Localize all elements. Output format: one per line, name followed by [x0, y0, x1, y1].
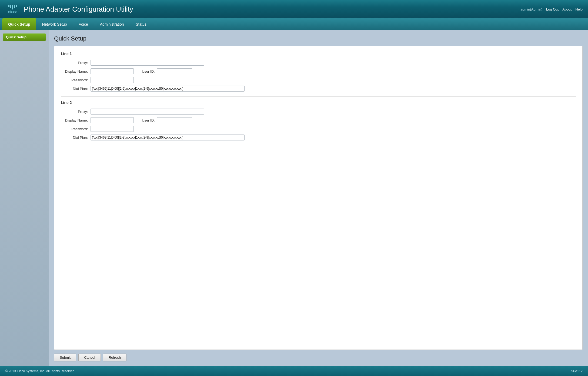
footer: © 2013 Cisco Systems, Inc. All Rights Re…	[0, 366, 588, 376]
user-info: admin(Admin)	[520, 7, 542, 11]
line1-dialplan-input[interactable]	[91, 86, 245, 92]
line1-dialplan-label: Dial Plan:	[61, 87, 91, 91]
tab-administration[interactable]: Administration	[94, 18, 130, 30]
line2-section-title: Line 2	[61, 100, 576, 105]
line2-displayname-label: Display Name:	[61, 118, 91, 122]
sidebar: Quick Setup	[0, 30, 49, 366]
submit-button[interactable]: Submit	[54, 354, 76, 361]
line2-password-label: Password:	[61, 127, 91, 131]
line2-userid-input[interactable]	[157, 117, 192, 123]
cancel-button[interactable]: Cancel	[78, 354, 101, 361]
header-right: admin(Admin) Log Out About Help	[520, 7, 583, 11]
cisco-bar-5	[16, 5, 17, 7]
cisco-bar-4	[14, 5, 15, 8]
line1-password-row: Password:	[61, 77, 576, 83]
cisco-wordmark: cisco	[8, 10, 17, 13]
nav: Quick Setup Network Setup Voice Administ…	[0, 18, 588, 30]
line1-displayname-row: Display Name: User ID:	[61, 68, 576, 74]
line2-proxy-row: Proxy:	[61, 109, 576, 115]
line1-proxy-label: Proxy:	[61, 61, 91, 65]
app-title: Phone Adapter Configuration Utility	[24, 5, 133, 14]
cisco-bar-1	[8, 5, 9, 7]
header-left: cisco Phone Adapter Configuration Utilit…	[5, 5, 133, 14]
line2-dialplan-input[interactable]	[91, 135, 245, 140]
button-bar: Submit Cancel Refresh	[54, 354, 583, 361]
line1-dialplan-row: Dial Plan:	[61, 86, 576, 92]
help-link[interactable]: Help	[575, 7, 583, 11]
line2-password-input[interactable]	[91, 126, 134, 132]
footer-copyright: © 2013 Cisco Systems, Inc. All Rights Re…	[5, 369, 75, 373]
sidebar-item-quick-setup[interactable]: Quick Setup	[3, 33, 46, 41]
logout-button[interactable]: Log Out	[546, 7, 559, 11]
line1-proxy-input[interactable]	[91, 60, 204, 66]
line2-userid-label: User ID:	[142, 118, 157, 122]
tab-voice[interactable]: Voice	[73, 18, 94, 30]
cisco-bar-3	[12, 5, 13, 9]
line1-userid-input[interactable]	[157, 68, 192, 74]
tab-status[interactable]: Status	[130, 18, 152, 30]
page-title: Quick Setup	[54, 35, 583, 42]
line1-proxy-row: Proxy:	[61, 60, 576, 66]
line2-userid-group: User ID:	[142, 117, 192, 123]
line2-proxy-label: Proxy:	[61, 110, 91, 114]
line1-displayname-label: Display Name:	[61, 69, 91, 73]
line1-password-label: Password:	[61, 78, 91, 82]
main-content: Quick Setup Line 1 Proxy: Display Name: …	[49, 30, 588, 366]
line1-userid-group: User ID:	[142, 68, 192, 74]
line2-proxy-input[interactable]	[91, 109, 204, 115]
line1-password-input[interactable]	[91, 77, 134, 83]
section-divider	[61, 96, 576, 97]
cisco-bar-2	[10, 5, 11, 8]
refresh-button[interactable]: Refresh	[103, 354, 127, 361]
layout: Quick Setup Quick Setup Line 1 Proxy: Di…	[0, 30, 588, 366]
line2-password-row: Password:	[61, 126, 576, 132]
line2-dialplan-label: Dial Plan:	[61, 136, 91, 140]
line1-userid-label: User ID:	[142, 69, 157, 73]
tab-quick-setup[interactable]: Quick Setup	[2, 18, 36, 30]
content-area: Line 1 Proxy: Display Name: User ID: Pas…	[54, 46, 583, 350]
line1-section-title: Line 1	[61, 52, 576, 56]
cisco-bars-icon	[8, 5, 17, 9]
line2-displayname-input[interactable]	[91, 117, 134, 123]
tab-network-setup[interactable]: Network Setup	[36, 18, 73, 30]
cisco-logo: cisco	[5, 5, 19, 13]
line2-dialplan-row: Dial Plan:	[61, 135, 576, 140]
about-link[interactable]: About	[562, 7, 572, 11]
header: cisco Phone Adapter Configuration Utilit…	[0, 0, 588, 18]
footer-model: SPA112	[571, 369, 583, 373]
line2-displayname-row: Display Name: User ID:	[61, 117, 576, 123]
line1-displayname-input[interactable]	[91, 68, 134, 74]
